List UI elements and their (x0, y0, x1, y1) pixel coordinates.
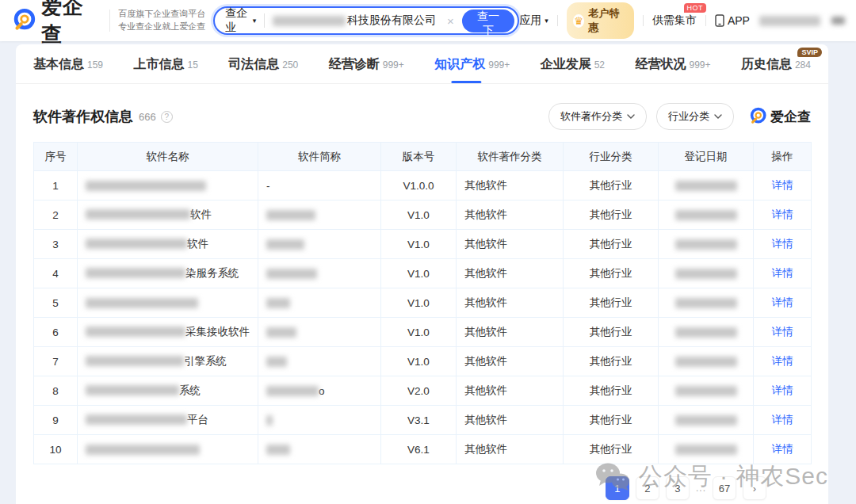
cell-category: 其他软件 (457, 288, 564, 318)
cell-version: V1.0 (381, 230, 457, 259)
col-action: 操作 (754, 143, 812, 171)
detail-link[interactable]: 详情 (772, 355, 793, 367)
cell-version: V1.0 (381, 347, 457, 376)
tab-basic-info[interactable]: 基本信息159 (33, 44, 103, 83)
tab-operation-status[interactable]: 经营状况999+ (635, 44, 710, 83)
cell-short-name: o (258, 376, 381, 406)
table-row: 7引擎系统V1.0其他软件其他行业详情 (34, 347, 812, 376)
cell-industry: 其他行业 (564, 318, 659, 347)
cell-index: 2 (34, 200, 78, 230)
next-page-button[interactable]: › (743, 476, 766, 500)
cell-action: 详情 (754, 259, 812, 288)
app-download-link[interactable]: APP (715, 14, 750, 27)
software-name-suffix: 采集接收软件 (185, 326, 250, 338)
cell-category: 其他软件 (457, 259, 564, 288)
cell-category: 其他软件 (457, 435, 564, 464)
search-button[interactable]: 查一下 (462, 10, 514, 32)
supply-demand-market-link[interactable]: 供需集市 HOT (652, 13, 697, 28)
cell-reg-date (659, 230, 754, 259)
cell-software-name: 软件 (78, 200, 258, 230)
search-input[interactable]: 科技股份有限公司 (273, 13, 436, 28)
divider (264, 13, 265, 28)
cell-category: 其他软件 (457, 347, 564, 376)
detail-link[interactable]: 详情 (772, 267, 793, 279)
page-1[interactable]: 1 (606, 476, 629, 500)
cell-short-name (258, 406, 381, 435)
short-name-suffix: o (319, 385, 325, 397)
redacted-text (266, 327, 296, 338)
apps-menu[interactable]: 应用 ▾ (519, 13, 548, 28)
redacted-text (675, 298, 737, 308)
redacted-text (675, 415, 737, 426)
filter-label: 行业分类 (668, 109, 709, 124)
redacted-username[interactable] (759, 16, 820, 26)
cell-reg-date (659, 171, 754, 200)
table-row: 10V6.1其他软件其他行业详情 (34, 435, 812, 464)
help-icon[interactable]: ? (161, 111, 173, 123)
detail-link[interactable]: 详情 (772, 326, 793, 338)
detail-link[interactable]: 详情 (772, 384, 793, 396)
redacted-text (86, 385, 179, 395)
logo-text: 爱企查 (41, 0, 101, 48)
cell-version: V1.0 (381, 200, 457, 230)
detail-link[interactable]: 详情 (772, 414, 793, 426)
divider (705, 15, 706, 26)
cell-index: 1 (34, 171, 78, 200)
tab-operation-diagnosis[interactable]: 经营诊断999+ (329, 44, 404, 83)
detail-link[interactable]: 详情 (772, 179, 793, 191)
cell-version: V1.0.0 (381, 171, 457, 200)
col-reg-date: 登记日期 (659, 143, 754, 171)
tab-count: 250 (282, 59, 298, 71)
cell-industry: 其他行业 (564, 171, 659, 200)
cell-software-name: 染服务系统 (78, 259, 258, 288)
detail-link[interactable]: 详情 (772, 296, 793, 308)
cell-industry: 其他行业 (564, 406, 659, 435)
cell-version: V1.0 (381, 318, 457, 347)
page-67[interactable]: 67 (713, 476, 736, 500)
redacted-text (675, 210, 737, 220)
table-row: 4染服务系统V1.0其他软件其他行业详情 (34, 259, 812, 288)
tab-count: 159 (87, 59, 103, 71)
tab-listing-info[interactable]: 上市信息15 (133, 44, 197, 83)
industry-category-filter[interactable]: 行业分类 (656, 103, 734, 130)
section-actions: 软件著作分类 行业分类 爱企查 (548, 103, 811, 130)
redacted-menu[interactable] (831, 17, 845, 25)
cell-software-name (78, 171, 258, 200)
cell-index: 3 (34, 230, 78, 259)
redacted-text (266, 269, 317, 279)
tab-intellectual-property[interactable]: 知识产权999+ (434, 44, 510, 83)
cell-reg-date (659, 347, 754, 376)
software-copyright-table: 序号 软件名称 软件简称 版本号 软件著作分类 行业分类 登记日期 操作 1-V… (33, 142, 812, 464)
detail-link[interactable]: 详情 (772, 238, 793, 250)
tab-company-development[interactable]: 企业发展52 (541, 44, 605, 83)
cell-software-name: 系统 (78, 376, 258, 406)
software-name-suffix: 软件 (187, 238, 208, 250)
divider (643, 15, 644, 26)
redacted-text (675, 357, 737, 367)
detail-link[interactable]: 详情 (772, 208, 793, 220)
tab-judicial-info[interactable]: 司法信息250 (228, 44, 298, 83)
software-name-suffix: 引擎系统 (184, 355, 227, 367)
cell-action: 详情 (754, 288, 812, 318)
cell-industry: 其他行业 (564, 230, 659, 259)
cell-index: 4 (34, 259, 78, 288)
aiqicha-logo-icon (748, 107, 767, 126)
tab-history-info[interactable]: 历史信息284SVIP (741, 44, 811, 83)
clear-icon[interactable]: × (447, 14, 454, 28)
aiqicha-logo[interactable]: 爱企查 (11, 0, 101, 48)
detail-link[interactable]: 详情 (772, 443, 793, 455)
cell-short-name (258, 230, 381, 259)
cell-category: 其他软件 (457, 171, 564, 200)
page-3[interactable]: 3 (666, 476, 690, 500)
cell-reg-date (659, 406, 754, 435)
software-category-filter[interactable]: 软件著作分类 (548, 103, 647, 130)
redacted-text (266, 210, 315, 220)
top-bar: 爱企查 百度旗下企业查询平台 专业查企业就上爱企查 查企业 ▾ 科技股份有限公司… (0, 0, 856, 41)
redacted-text (86, 326, 185, 337)
search-type-dropdown[interactable]: 查企业 ▾ (225, 6, 256, 35)
page-2[interactable]: 2 (636, 476, 659, 500)
redacted-text (266, 386, 319, 396)
redacted-text (86, 181, 206, 191)
promo-pill[interactable]: ♛ 老户特惠 (567, 2, 634, 39)
pagination: 123...67› (16, 464, 828, 500)
